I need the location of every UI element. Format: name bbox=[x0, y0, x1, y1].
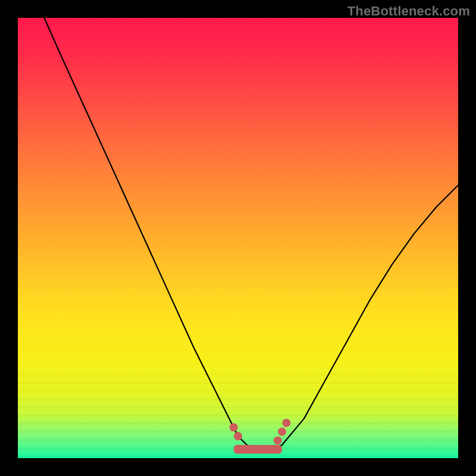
svg-point-5 bbox=[282, 419, 290, 427]
plot-area bbox=[18, 18, 458, 458]
watermark-text: TheBottleneck.com bbox=[347, 4, 470, 19]
curve-layer bbox=[18, 18, 458, 458]
svg-point-1 bbox=[230, 423, 238, 431]
bottleneck-curve bbox=[44, 18, 458, 449]
svg-point-3 bbox=[274, 436, 282, 444]
optimal-band bbox=[234, 445, 282, 454]
svg-point-2 bbox=[234, 432, 242, 440]
svg-point-4 bbox=[278, 428, 286, 436]
chart-frame: TheBottleneck.com bbox=[0, 0, 476, 476]
markers-right bbox=[274, 419, 291, 445]
svg-rect-0 bbox=[234, 445, 282, 454]
